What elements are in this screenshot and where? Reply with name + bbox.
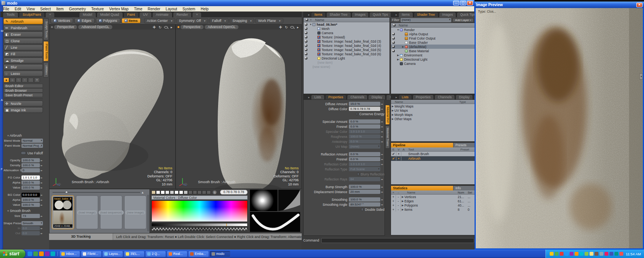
tool-fill[interactable]: ◩Fill bbox=[3, 51, 43, 57]
menu-vertex-map[interactable]: Vertex Map bbox=[107, 7, 131, 11]
lists-panel-tab-properties[interactable]: Properties bbox=[412, 94, 434, 100]
tool-eraser[interactable]: ◧Eraser bbox=[3, 31, 43, 37]
color-swatch-3[interactable] bbox=[165, 190, 169, 194]
brush-browser-button[interactable]: Brush Browser bbox=[3, 88, 43, 93]
enable-check-icon[interactable]: ✔ bbox=[391, 157, 396, 160]
shader-row-final-color-output[interactable]: Final Color Output bbox=[391, 36, 475, 40]
tool-category-tab-utilities[interactable]: Utilities bbox=[43, 62, 49, 78]
stepper-icon[interactable]: ◂▸ bbox=[380, 135, 384, 138]
color-swatch-9[interactable] bbox=[193, 190, 197, 194]
modo-titlebar[interactable]: modo — ▢ ✕ bbox=[0, 0, 474, 6]
rotate-icon[interactable]: ↻ bbox=[158, 25, 162, 29]
disclosure-right-icon[interactable]: ▶ bbox=[401, 204, 404, 207]
preview-close-button[interactable]: ✕ bbox=[636, 3, 642, 7]
lists-panel-tab-display[interactable]: Display bbox=[455, 94, 473, 100]
enable-check-icon[interactable]: ✔ bbox=[391, 152, 396, 156]
items-panel-tab-items[interactable]: Items bbox=[311, 12, 326, 17]
expand-plus-icon[interactable]: + bbox=[391, 203, 396, 207]
tool-line[interactable]: ╱Line bbox=[3, 45, 43, 50]
collapsed-left-edge[interactable]: MAF bbox=[0, 6, 3, 250]
menu-layout[interactable]: Layout bbox=[163, 7, 180, 11]
stepper-icon[interactable]: ◂▸ bbox=[40, 227, 43, 230]
menu-item[interactable]: Item bbox=[54, 7, 66, 11]
disclosure-right-icon[interactable]: ▶ bbox=[396, 54, 400, 57]
stepper-icon[interactable]: ◂▸ bbox=[40, 181, 43, 184]
tray-icon-10[interactable] bbox=[600, 252, 603, 256]
properties-panel-tab-display[interactable]: Display bbox=[368, 94, 386, 100]
rotate-icon[interactable]: ↻ bbox=[284, 25, 288, 29]
stepper-icon[interactable]: ◂▸ bbox=[40, 194, 43, 196]
tool-paintbrush[interactable]: ✏Paintbrush bbox=[3, 25, 43, 31]
preview-titlebar[interactable]: Image Preview ✕ bbox=[475, 2, 644, 8]
expand-plus-icon[interactable]: + bbox=[391, 199, 396, 203]
viewport-left-canvas[interactable] bbox=[49, 30, 175, 189]
stepper-icon[interactable]: ◂▸ bbox=[40, 215, 43, 217]
stepper-icon[interactable]: ◂▸ bbox=[380, 198, 384, 201]
reflection-color-field[interactable]: 1.0 1.0 1.0 bbox=[349, 162, 380, 166]
items-panel-tab-shader-tree[interactable]: Shader Tree bbox=[326, 12, 351, 17]
statistics-header[interactable]: Statistics bbox=[391, 186, 453, 190]
list-row-uv-maps[interactable]: ▶UV Maps bbox=[391, 108, 475, 112]
shader-row-camera[interactable]: Camera bbox=[391, 61, 475, 66]
alpha-field[interactable]: 100.0 % bbox=[21, 180, 40, 185]
collapse-minus-icon[interactable]: - bbox=[396, 199, 401, 203]
out-field[interactable]: 0.0 bbox=[21, 231, 40, 235]
task-button-emba[interactable]: Emba... bbox=[188, 251, 209, 257]
brush-tip-white-dot-button[interactable]: ○ bbox=[10, 78, 15, 83]
item-row-texture-image-head-bake-final-02d-5[interactable]: Texture: Image: head_bake_final_02d (5) bbox=[304, 48, 389, 52]
visibility-toggle[interactable] bbox=[391, 32, 396, 36]
falloff-dropdown[interactable]: Falloff bbox=[209, 18, 228, 23]
stepper-icon[interactable]: ◂▸ bbox=[40, 203, 43, 206]
visible-dot-icon[interactable]: • bbox=[396, 157, 401, 160]
layout-tab-model[interactable]: Model bbox=[79, 12, 96, 17]
attenuation-steps-field[interactable]: 0 bbox=[21, 168, 40, 172]
color-swatch-1[interactable] bbox=[156, 190, 160, 194]
stepper-icon[interactable]: ◂▸ bbox=[380, 108, 384, 110]
visibility-toggle[interactable] bbox=[391, 49, 396, 53]
smoothing-angle-field[interactable]: 89.5247 ° bbox=[349, 202, 380, 207]
viewport-left[interactable]: Perspective Advanced OpenGL ✛ ↻ ▸ bbox=[49, 24, 176, 189]
diffuse-color-field[interactable]: 0.78 0.78 0.78 bbox=[349, 107, 380, 111]
reflection-rays-field[interactable]: 64 bbox=[349, 177, 380, 181]
stepper-icon[interactable]: ◂▸ bbox=[380, 153, 384, 155]
disclosure-right-icon[interactable]: ▶ bbox=[401, 195, 404, 198]
side-tab-material-ref[interactable]: Material Ref bbox=[385, 105, 390, 125]
viewport-menu-arrow-icon[interactable]: ▸ bbox=[296, 25, 300, 29]
tab-scroll-arrow-icon[interactable]: ▸ bbox=[308, 96, 310, 99]
stepper-icon[interactable]: ◂▸ bbox=[380, 163, 384, 165]
visibility-toggle[interactable] bbox=[391, 45, 396, 49]
visibility-toggle[interactable] bbox=[304, 44, 308, 48]
brush-tip-filled-dot-button[interactable]: ● bbox=[3, 78, 9, 83]
menu-render[interactable]: Render bbox=[145, 7, 163, 11]
list-row-morph-maps[interactable]: ▶Morph Maps bbox=[391, 112, 475, 117]
tray-icon-6[interactable] bbox=[580, 252, 583, 256]
density-field[interactable]: 100.0 % bbox=[21, 163, 40, 167]
disclosure-right-icon[interactable]: ▶ bbox=[391, 105, 394, 108]
image-cell-new-image[interactable]: (new image) bbox=[124, 195, 146, 229]
shader-row-render[interactable]: ▼Render bbox=[391, 28, 475, 32]
command-input[interactable] bbox=[321, 238, 474, 243]
reflection-amount-field[interactable]: 0.0 % bbox=[349, 152, 380, 156]
quick-launch-icon-1[interactable] bbox=[33, 251, 38, 256]
stepper-icon[interactable]: ◂▸ bbox=[380, 158, 384, 160]
zoom-icon[interactable] bbox=[164, 26, 168, 28]
visibility-toggle[interactable] bbox=[304, 40, 308, 43]
value-marker[interactable] bbox=[226, 223, 227, 226]
task-button-modo[interactable]: modo bbox=[210, 251, 230, 257]
slider-knob[interactable] bbox=[65, 191, 68, 194]
item-row-texture-image-head-bake-final-02d-6[interactable]: Texture: Image: head_bake_final_02d (6) bbox=[304, 52, 389, 56]
layout-tab-animate[interactable]: Animate bbox=[152, 12, 172, 17]
disclosure-right-icon[interactable]: ▶ bbox=[401, 45, 405, 48]
stepper-icon[interactable]: ◂▸ bbox=[380, 185, 384, 188]
color-swatch-8[interactable] bbox=[188, 190, 192, 194]
mode-items-button[interactable]: Items bbox=[122, 18, 141, 23]
pipeline-row-airbrush[interactable]: ✔•Airbrush bbox=[391, 156, 475, 161]
tray-icon-2[interactable] bbox=[560, 252, 564, 256]
bump-strength-field[interactable]: 100.0 % bbox=[349, 185, 380, 189]
stepper-icon[interactable]: ◂▸ bbox=[40, 186, 43, 189]
items-panel-tab-quick-tips[interactable]: Quick Tips bbox=[369, 12, 391, 17]
conserve-energy-checkbox[interactable] bbox=[356, 112, 358, 116]
color-swatch-6[interactable] bbox=[179, 190, 183, 194]
tool-blur[interactable]: ●Blur bbox=[3, 64, 43, 70]
quick-launch-icon-2[interactable] bbox=[39, 251, 44, 256]
